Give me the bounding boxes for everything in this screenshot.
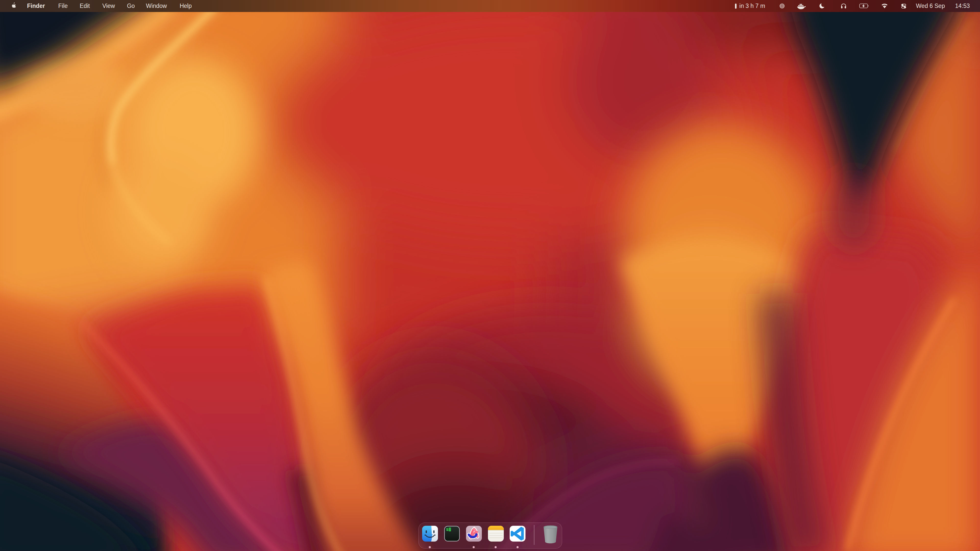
svg-text:$: $ [446,528,449,532]
